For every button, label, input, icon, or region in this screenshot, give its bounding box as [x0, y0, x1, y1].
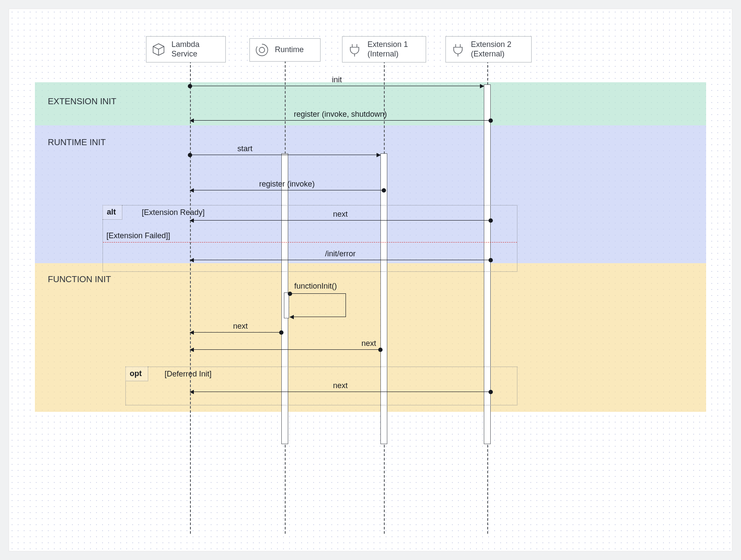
msg-dot — [489, 390, 493, 394]
msg-next-ext2: next — [190, 220, 491, 221]
msg-dot — [489, 118, 493, 123]
fragment-alt-guard-false: [Extension Failed]] — [106, 231, 170, 240]
participant-lambda-label: Lambda Service — [171, 40, 199, 59]
msg-functioninit-label: functionInit() — [294, 282, 337, 291]
msg-init-label: init — [332, 75, 342, 84]
msg-next-runtime-label: next — [233, 322, 248, 331]
phase-label-runtime-init: RUNTIME INIT — [48, 137, 106, 147]
phase-label-function-init: FUNCTION INIT — [48, 274, 111, 284]
msg-next-ext2-label: next — [333, 210, 348, 219]
arrow-left-icon — [190, 188, 194, 193]
msg-dot — [279, 330, 283, 335]
participant-ext1-label: Extension 1 (Internal) — [367, 40, 408, 59]
msg-init: init — [190, 86, 484, 86]
msg-dot — [288, 292, 292, 296]
participant-runtime: Runtime — [249, 38, 321, 62]
msg-next-deferred-label: next — [333, 381, 348, 390]
participant-ext2-label: Extension 2 (External) — [471, 40, 511, 59]
fragment-alt: alt [Extension Ready] [Extension Failed]… — [103, 205, 517, 272]
fragment-opt: opt [Deferred Init] — [125, 367, 517, 405]
fragment-alt-divider — [103, 242, 517, 243]
fragment-opt-header: opt — [125, 367, 148, 381]
participant-lambda: Lambda Service — [146, 36, 226, 62]
arrow-left-icon — [190, 218, 194, 223]
lifeline-lambda — [190, 56, 191, 534]
cube-icon — [151, 42, 166, 57]
fragment-opt-guard: [Deferred Init] — [165, 370, 212, 379]
msg-register-ext1: register (invoke) — [190, 190, 384, 190]
msg-dot — [188, 153, 192, 157]
msg-register-ext2-label: register (invoke, shutdown) — [294, 110, 387, 119]
activation-functioninit — [284, 292, 289, 318]
msg-functioninit: functionInit() — [290, 293, 346, 317]
msg-register-ext1-label: register (invoke) — [259, 180, 314, 189]
arrow-left-icon — [190, 330, 194, 335]
participant-ext1: Extension 1 (Internal) — [342, 36, 426, 62]
sequence-diagram: EXTENSION INIT RUNTIME INIT FUNCTION INI… — [9, 9, 732, 551]
fragment-alt-guard-true: [Extension Ready] — [142, 208, 205, 217]
msg-start: start — [190, 155, 380, 155]
phase-label-extension-init: EXTENSION INIT — [48, 96, 116, 106]
msg-start-label: start — [237, 144, 252, 153]
msg-register-ext2: register (invoke, shutdown) — [190, 120, 491, 121]
arrow-left-icon — [290, 315, 294, 319]
svg-point-0 — [259, 47, 265, 53]
arrow-right-icon — [377, 153, 381, 157]
participant-runtime-label: Runtime — [275, 45, 304, 55]
msg-next-ext1: next — [190, 349, 380, 350]
fragment-alt-header: alt — [103, 205, 122, 220]
msg-next-deferred: next — [190, 392, 491, 392]
plug-icon — [450, 42, 466, 57]
msg-dot — [382, 188, 386, 193]
msg-dot — [489, 218, 493, 223]
msg-init-error-label: /init/error — [325, 249, 355, 258]
arrow-left-icon — [190, 348, 194, 352]
plug-icon — [347, 42, 362, 57]
msg-next-runtime: next — [190, 332, 281, 333]
arrow-right-icon — [480, 84, 484, 88]
msg-dot — [378, 348, 383, 352]
msg-next-ext1-label: next — [361, 339, 376, 348]
msg-init-error: /init/error — [190, 260, 491, 260]
arrow-left-icon — [190, 118, 194, 123]
participant-ext2: Extension 2 (External) — [445, 36, 532, 62]
spinner-icon — [254, 42, 270, 58]
phase-extension-init-band — [35, 82, 706, 125]
arrow-left-icon — [190, 390, 194, 394]
fragment-opt-keyword: opt — [130, 369, 142, 378]
msg-dot — [188, 84, 192, 88]
fragment-alt-keyword: alt — [107, 208, 116, 217]
arrow-left-icon — [190, 258, 194, 262]
msg-dot — [489, 258, 493, 262]
